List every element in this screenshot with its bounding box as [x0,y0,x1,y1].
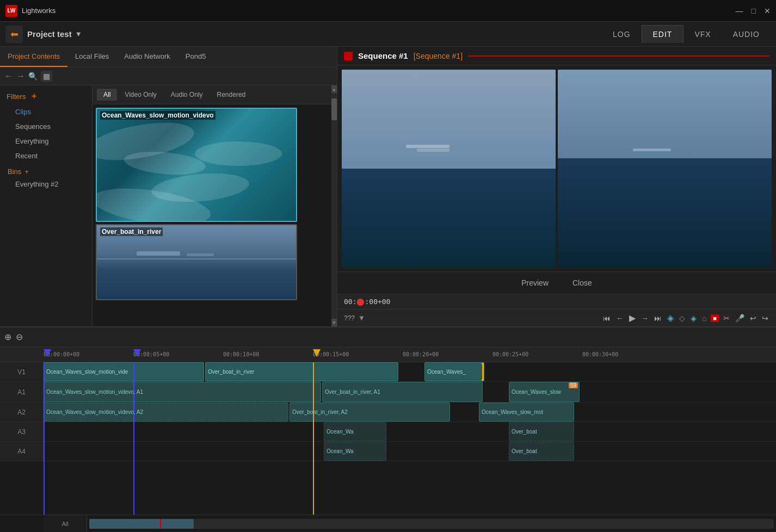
transport-bar: ??? ▼ ⏮ ← ▶ → ⏭ ◈ ◇ ◈ ⌂ ■ ✂ 🎤 ↩ ↪ [337,309,776,326]
timeline-bottom-bar: All [0,515,776,532]
zoom-out-icon[interactable]: ⊖ [16,332,23,342]
transport-next-frame[interactable]: → [640,313,650,324]
track-label-a1: A1 [0,382,44,402]
menubar: ⬅ Project test ▼ LOG EDIT VFX AUDIO [0,22,776,47]
a1-clip-2[interactable]: Over_boat_in_river, A1 [322,382,483,402]
clips-scrollbar[interactable]: ▲ ▼ [331,85,337,326]
search-icon[interactable]: 🔍 [28,72,38,81]
subtab-audio-only[interactable]: Audio Only [164,89,210,101]
project-dropdown-icon[interactable]: ▼ [75,30,82,38]
transport-record[interactable]: ■ [711,314,719,322]
preview-controls: Preview Close [337,271,776,294]
sequence-indicator [344,52,353,60]
filter-item-clips[interactable]: Clips [0,104,92,119]
track-row-a4: A4 Ocean_Wa Over_boat [0,442,776,461]
a2-clip-1[interactable]: Ocean_Waves_slow_motion_videvo, A2 [44,403,288,422]
tab-audio[interactable]: AUDIO [722,26,771,43]
forward-nav-icon[interactable]: → [16,71,25,81]
v1-clip-2[interactable]: Over_boat_in_river [205,362,398,381]
a2-clip-2[interactable]: Over_boat_in_river, A2 [290,403,450,422]
main-content: Project Contents Local Files Audio Netwo… [0,47,776,326]
track-label-v1: V1 [0,362,44,381]
track-row-v1: V1 Ocean_Waves_slow_motion_vide Over_boa… [0,362,776,382]
a4-clip-2[interactable]: Over_boat [509,442,574,461]
tab-pond5[interactable]: Pond5 [178,47,214,67]
ruler-mark-5: 00:00:05+00 [133,351,223,357]
transport-mic[interactable]: 🎤 [734,313,746,324]
preview-button[interactable]: Preview [515,276,555,289]
subtab-rendered[interactable]: Rendered [211,89,252,101]
timeline-tracks: V1 Ocean_Waves_slow_motion_vide Over_boa… [0,362,776,515]
filter-item-recent[interactable]: Recent [0,149,92,163]
transport-to-start[interactable]: ⏮ [602,313,612,324]
minimize-button[interactable]: — [736,7,743,15]
grid-view-icon[interactable]: ▦ [41,71,52,82]
subtab-all[interactable]: All [97,89,117,101]
add-filter-icon[interactable]: + [31,91,37,102]
preview-screen-right[interactable] [558,70,772,267]
track-label-a4: A4 [0,442,44,461]
tab-project-contents[interactable]: Project Contents [0,47,67,67]
back-project-button[interactable]: ⬅ [5,26,23,43]
app-title: Lightworks [22,7,56,15]
yellow-bracket [482,363,484,381]
a1-clip-3[interactable]: Ocean_Waves_slow 59 [509,382,580,402]
mini-timeline[interactable] [89,519,774,529]
a2-clip-3[interactable]: Ocean_Waves_slow_mot [479,403,574,422]
tab-local-files[interactable]: Local Files [67,47,116,67]
tab-log[interactable]: LOG [602,26,642,43]
window-controls: — □ ✕ [736,7,771,15]
transport-dropdown-icon[interactable]: ▼ [358,314,365,322]
clip-title-ocean: Ocean_Waves_slow_motion_videvo [100,111,215,120]
timeline-toolbar: ⊕ ⊖ [0,327,776,347]
v1-clip-1[interactable]: Ocean_Waves_slow_motion_vide [44,362,204,381]
track-row-a3: A3 Ocean_Wa Over_boat [0,422,776,442]
close-preview-button[interactable]: Close [566,276,599,289]
a3-clip-2[interactable]: Over_boat [509,422,574,441]
transport-to-end[interactable]: ⏭ [653,313,663,324]
track-content-a4: Ocean_Wa Over_boat [44,442,776,461]
clip-ocean-waves[interactable]: Ocean_Waves_slow_motion_videvo [96,108,297,222]
tab-vfx[interactable]: VFX [683,26,722,43]
subtab-video-only[interactable]: Video Only [118,89,163,101]
zoom-in-icon[interactable]: ⊕ [4,332,11,342]
sequence-title: Sequence #1 [358,51,408,60]
transport-undo[interactable]: ↩ [749,313,757,324]
scroll-up-arrow[interactable]: ▲ [331,85,337,93]
transport-play[interactable]: ▶ [628,312,637,324]
add-bin-icon[interactable]: + [24,168,29,176]
maximize-button[interactable]: □ [752,7,756,15]
tab-edit[interactable]: EDIT [642,25,684,43]
bin-item-everything2[interactable]: Everything #2 [0,178,92,190]
tab-audio-network[interactable]: Audio Network [116,47,178,67]
clip-boat-river[interactable]: Over_boat_in_river [96,224,297,300]
clips-subtabs: All Video Only Audio Only Rendered [93,85,337,104]
transport-home[interactable]: ⌂ [701,313,707,324]
transport-cut[interactable]: ✂ [722,313,731,324]
transport-prev-frame[interactable]: ← [615,313,625,324]
transport-redo[interactable]: ↪ [761,313,769,324]
preview-header: Sequence #1 [Sequence #1] [337,47,776,65]
filters-label: Filters [7,92,26,101]
all-track-label: All [44,515,87,532]
titlebar: LW Lightworks — □ ✕ [0,0,776,22]
close-button[interactable]: ✕ [764,7,771,15]
v1-clip-3[interactable]: Ocean_Waves_ [424,362,484,381]
clips-list: Ocean_Waves_slow_motion_videvo Over_boat… [93,104,337,304]
left-panel-tabs: Project Contents Local Files Audio Netwo… [0,47,337,67]
filter-panel: Filters + Clips Sequences Everything Rec… [0,85,93,326]
back-nav-icon[interactable]: ← [4,71,13,81]
a3-clip-1[interactable]: Ocean_Wa [324,422,386,441]
transport-in-out1[interactable]: ◈ [666,312,675,324]
a4-clip-1[interactable]: Ocean_Wa [324,442,386,461]
filter-item-sequences[interactable]: Sequences [0,119,92,134]
transport-in-out2[interactable]: ◈ [689,313,698,324]
transport-diamond[interactable]: ◇ [678,313,686,324]
preview-screens [337,65,776,271]
a1-clip-1[interactable]: Ocean_Waves_slow_motion_videvo, A1 [44,382,321,402]
preview-screen-left[interactable] [342,70,556,267]
scroll-thumb[interactable] [331,98,337,120]
filter-item-everything[interactable]: Everything [0,134,92,149]
scroll-down-arrow[interactable]: ▼ [331,319,337,326]
left-toolbar: ← → 🔍 ▦ [0,67,337,85]
